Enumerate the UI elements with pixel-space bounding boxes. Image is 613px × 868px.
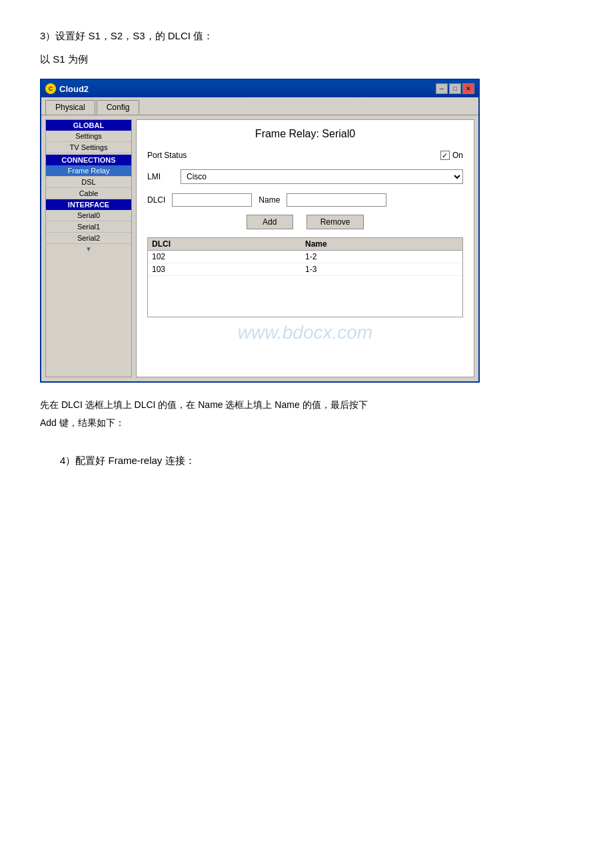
app-icon: C — [45, 83, 56, 94]
title-buttons: ─ □ ✕ — [436, 83, 474, 94]
port-status-checkbox[interactable]: ✓ — [440, 151, 450, 160]
bottom-text-line1: 先在 DLCI 选框上填上 DLCI 的值，在 Name 选框上填上 Name … — [40, 399, 368, 410]
sidebar-scroll: ▼ — [46, 244, 131, 254]
sidebar: GLOBAL Settings TV Settings CONNECTIONS … — [45, 119, 132, 377]
step4-text: 4）配置好 Frame-relay 连接： — [40, 451, 573, 469]
tab-config[interactable]: Config — [97, 100, 140, 115]
sidebar-global-label[interactable]: GLOBAL — [46, 120, 131, 131]
intro-line2: 以 S1 为例 — [40, 50, 573, 68]
lmi-label: LMI — [147, 172, 174, 181]
sidebar-item-tv-settings[interactable]: TV Settings — [46, 142, 131, 153]
port-status-checkbox-area: ✓ On — [440, 151, 463, 160]
window: C Cloud2 ─ □ ✕ Physical Config GLOBAL Se… — [40, 79, 480, 383]
name-input[interactable] — [287, 193, 386, 207]
sidebar-connections-label[interactable]: CONNECTIONS — [46, 155, 131, 165]
table-cell-name-1: 1-3 — [305, 265, 458, 274]
watermark: www.bdocx.com — [137, 322, 474, 343]
table-cell-dlci-1: 103 — [152, 265, 305, 274]
table-row[interactable]: 103 1-3 — [148, 263, 462, 276]
window-content: Physical Config GLOBAL Settings TV Setti… — [41, 97, 478, 381]
table-dlci-header: DLCI — [152, 239, 305, 249]
sidebar-item-settings[interactable]: Settings — [46, 131, 131, 142]
tab-physical[interactable]: Physical — [45, 100, 95, 115]
sidebar-item-serial2[interactable]: Serial2 — [46, 233, 131, 244]
name-label: Name — [259, 195, 280, 205]
lmi-select[interactable]: Cisco — [181, 169, 463, 184]
window-title: Cloud2 — [59, 84, 89, 94]
minimize-button[interactable]: ─ — [436, 83, 448, 94]
window-body: GLOBAL Settings TV Settings CONNECTIONS … — [41, 115, 478, 381]
remove-button[interactable]: Remove — [306, 215, 364, 229]
table-cell-name-0: 1-2 — [305, 252, 458, 261]
title-bar-left: C Cloud2 — [45, 83, 89, 94]
restore-button[interactable]: □ — [449, 83, 461, 94]
sidebar-item-dsl[interactable]: DSL — [46, 177, 131, 188]
table-header: DLCI Name — [148, 238, 462, 251]
add-button[interactable]: Add — [247, 215, 293, 229]
port-status-row: Port Status ✓ On — [147, 151, 463, 160]
table-name-header: Name — [305, 239, 458, 249]
title-bar: C Cloud2 ─ □ ✕ — [41, 80, 478, 97]
sidebar-item-serial0[interactable]: Serial0 — [46, 210, 131, 221]
sidebar-item-cable[interactable]: Cable — [46, 188, 131, 199]
dlci-input[interactable] — [172, 193, 252, 207]
sidebar-item-frame-relay[interactable]: Frame Relay — [46, 165, 131, 177]
button-row: Add Remove — [147, 215, 463, 229]
close-button[interactable]: ✕ — [462, 83, 474, 94]
intro-line1: 3）设置好 S1，S2，S3，的 DLCI 值： — [40, 27, 573, 45]
dlci-name-row: DLCI Name — [147, 193, 463, 207]
sidebar-interface-label[interactable]: INTERFACE — [46, 199, 131, 210]
port-status-on-label: On — [452, 151, 463, 160]
lmi-row: LMI Cisco — [147, 169, 463, 184]
table-row[interactable]: 102 1-2 — [148, 251, 462, 263]
bottom-text-line2: Add 键，结果如下： — [40, 417, 125, 428]
table-cell-dlci-0: 102 — [152, 252, 305, 261]
main-panel: Frame Relay: Serial0 Port Status ✓ On LM… — [136, 119, 474, 377]
port-status-label: Port Status — [147, 151, 201, 160]
dlci-label: DLCI — [147, 195, 165, 205]
panel-title: Frame Relay: Serial0 — [147, 128, 463, 140]
bottom-description: 先在 DLCI 选框上填上 DLCI 的值，在 Name 选框上填上 Name … — [40, 396, 573, 431]
dlci-table: DLCI Name 102 1-2 103 1-3 — [147, 237, 463, 317]
tab-bar: Physical Config — [41, 97, 478, 115]
sidebar-item-serial1[interactable]: Serial1 — [46, 221, 131, 233]
